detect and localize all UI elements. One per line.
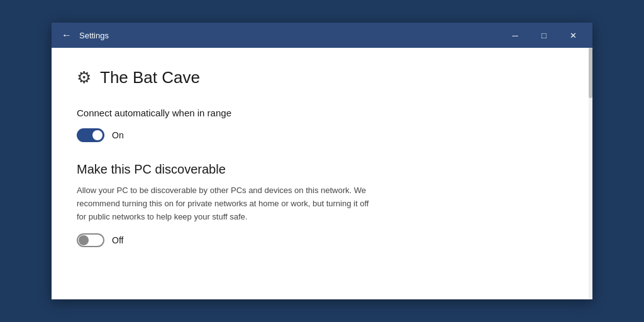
discoverable-title: Make this PC discoverable	[77, 162, 564, 177]
maximize-icon: □	[541, 31, 547, 40]
gear-icon: ⚙	[77, 68, 91, 87]
auto-connect-toggle[interactable]	[77, 128, 104, 142]
close-icon: ✕	[570, 31, 577, 40]
discoverable-toggle-knob	[79, 235, 89, 245]
titlebar-title: Settings	[79, 31, 501, 40]
page-title: The Bat Cave	[100, 68, 200, 87]
settings-window: ← Settings ─ □ ✕ ⚙ The Bat Cave Connect	[52, 23, 592, 299]
window-controls: ─ □ ✕	[501, 25, 587, 45]
discoverable-section: Make this PC discoverable Allow your PC …	[77, 162, 564, 247]
main-content: ⚙ The Bat Cave Connect automatically whe…	[52, 48, 589, 299]
auto-connect-toggle-label: On	[112, 130, 124, 140]
window-content: ⚙ The Bat Cave Connect automatically whe…	[52, 48, 592, 299]
page-header: ⚙ The Bat Cave	[77, 68, 564, 87]
discoverable-toggle-row: Off	[77, 233, 564, 247]
scrollbar-thumb	[589, 48, 592, 98]
maximize-button[interactable]: □	[530, 25, 558, 45]
minimize-icon: ─	[512, 31, 518, 40]
discoverable-toggle-label: Off	[112, 235, 123, 245]
close-button[interactable]: ✕	[558, 25, 587, 45]
back-icon: ←	[62, 30, 72, 41]
discoverable-toggle[interactable]	[77, 233, 104, 247]
back-button[interactable]: ←	[57, 25, 77, 45]
discoverable-description: Allow your PC to be discoverable by othe…	[77, 184, 379, 223]
auto-connect-toggle-row: On	[77, 128, 564, 142]
titlebar: ← Settings ─ □ ✕	[52, 23, 592, 48]
scrollbar[interactable]	[589, 48, 592, 299]
auto-connect-section: Connect automatically when in range On	[77, 108, 564, 142]
auto-connect-toggle-knob	[92, 130, 103, 140]
auto-connect-label: Connect automatically when in range	[77, 108, 564, 118]
minimize-button[interactable]: ─	[501, 25, 530, 45]
